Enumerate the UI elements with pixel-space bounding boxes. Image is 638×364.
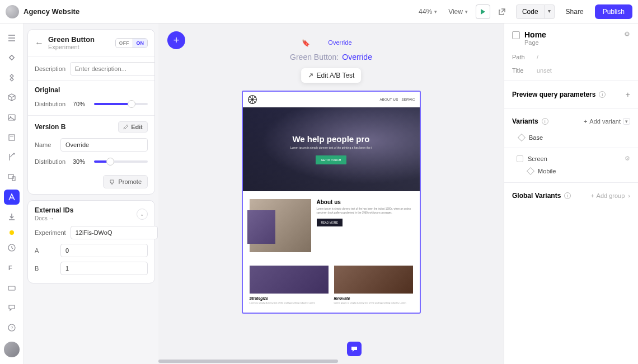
external-link-icon	[498, 8, 506, 16]
rail-box-icon[interactable]	[4, 90, 20, 106]
variants-section-title: Variants	[512, 117, 538, 125]
rail-frame-icon[interactable]	[4, 130, 20, 145]
add-group-button[interactable]: + Add group	[590, 192, 625, 199]
description-input[interactable]	[70, 62, 155, 75]
external-link-icon	[308, 73, 313, 78]
plus-icon: +	[590, 192, 594, 199]
gear-icon[interactable]: ⚙	[624, 30, 630, 38]
edit-ab-test-button[interactable]: Edit A/B Test	[301, 68, 362, 83]
variant-name-input[interactable]	[60, 138, 148, 152]
rail-image-icon[interactable]	[4, 110, 20, 125]
gear-icon[interactable]: ⚙	[625, 155, 630, 162]
chat-button[interactable]	[347, 342, 362, 356]
distribution-label: Distribution	[35, 158, 68, 165]
about-image	[250, 199, 311, 252]
rail-font-icon[interactable]: F	[4, 260, 20, 276]
rail-diamond-icon[interactable]	[4, 50, 20, 66]
experiment-subtitle: Experiment	[48, 44, 111, 50]
zoom-control[interactable]: 44% ▾	[415, 6, 440, 18]
variant-mobile[interactable]: Mobile	[504, 166, 638, 179]
chat-icon	[350, 345, 358, 353]
info-icon[interactable]: i	[564, 192, 571, 199]
distribution-slider[interactable]	[94, 160, 148, 163]
distribution-value: 70%	[73, 101, 90, 107]
experiment-id-input[interactable]	[71, 226, 158, 239]
edit-variant-button[interactable]: Edit	[118, 121, 148, 133]
variant-dropdown[interactable]: ▾	[623, 118, 630, 125]
override-chip[interactable]: Override	[328, 39, 351, 46]
distribution-value: 30%	[73, 158, 90, 165]
nav-link: SERVIC	[401, 98, 415, 101]
plus-icon: +	[584, 118, 587, 125]
rail-responsive-icon[interactable]	[4, 169, 20, 185]
docs-link[interactable]: Docs →	[35, 215, 73, 221]
title-label: Title	[512, 67, 532, 74]
checkbox-icon[interactable]	[517, 155, 523, 162]
back-arrow-icon[interactable]: ←	[35, 38, 44, 48]
title-value[interactable]: unset	[537, 67, 552, 74]
share-button[interactable]: Share	[559, 5, 590, 18]
hero-subtitle: Lorem ipsum is simply dummy text of the …	[290, 146, 372, 150]
code-dropdown[interactable]: ▾	[545, 4, 555, 19]
card-title: Innovate	[334, 296, 413, 300]
diamond-icon	[527, 167, 534, 175]
rail-history-icon[interactable]	[4, 240, 20, 256]
nav-link: ABOUT US	[380, 98, 398, 101]
info-icon[interactable]: i	[542, 118, 548, 125]
external-ids-title: External IDs	[35, 206, 73, 214]
site-logo-icon	[247, 94, 257, 105]
add-param-button[interactable]: +	[626, 90, 630, 99]
code-button[interactable]: Code	[516, 4, 545, 19]
zoom-value: 44%	[419, 8, 432, 16]
view-control[interactable]: View ▾	[445, 6, 471, 18]
chevron-down-icon: ▾	[434, 9, 437, 15]
play-button[interactable]	[476, 4, 490, 19]
app-logo[interactable]	[6, 5, 19, 18]
publish-button[interactable]: Publish	[595, 4, 632, 19]
rail-import-icon[interactable]	[4, 209, 20, 225]
chevron-right-icon[interactable]: ›	[628, 192, 630, 199]
svg-rect-10	[8, 286, 15, 290]
promote-button[interactable]: Promote	[103, 175, 148, 188]
horizontal-scrollbar[interactable]	[158, 360, 504, 363]
slider-thumb[interactable]	[128, 100, 135, 108]
card-title: Strategize	[250, 296, 329, 300]
distribution-slider[interactable]	[94, 103, 148, 105]
variant-b-id-input[interactable]	[60, 262, 148, 275]
toggle-on[interactable]: ON	[133, 39, 148, 48]
experiment-toggle[interactable]: OFF ON	[115, 38, 148, 48]
user-avatar[interactable]	[4, 342, 20, 357]
variant-base[interactable]: Base	[504, 131, 638, 144]
trophy-icon	[109, 179, 115, 185]
rail-chat-icon[interactable]	[4, 300, 20, 315]
rail-help-icon[interactable]: ?	[4, 320, 20, 335]
svg-rect-3	[9, 135, 15, 140]
svg-text:?: ?	[11, 325, 13, 330]
about-title: About us	[317, 199, 413, 205]
arrow-right-icon: →	[49, 215, 54, 221]
variant-screen[interactable]: Screen ⚙	[504, 152, 638, 166]
add-variant-button[interactable]: + Add variant	[584, 118, 621, 125]
variant-a-id-input[interactable]	[60, 244, 148, 257]
pencil-icon	[123, 124, 129, 130]
page-icon	[512, 31, 520, 39]
rail-menu-icon[interactable]	[4, 30, 20, 46]
open-external-button[interactable]	[495, 4, 509, 19]
canvas-frame[interactable]: ABOUT US SERVIC We help people pro Lorem…	[242, 91, 421, 314]
scrollbar-thumb[interactable]	[158, 360, 338, 363]
bookmark-icon[interactable]: 🔖	[302, 39, 310, 47]
add-fab-button[interactable]: +	[167, 31, 185, 49]
toggle-off[interactable]: OFF	[116, 39, 133, 48]
slider-thumb[interactable]	[106, 158, 114, 166]
rail-keyboard-icon[interactable]	[4, 280, 20, 296]
rail-branch-icon[interactable]	[4, 149, 20, 165]
canvas-frame-label: Green Button: Override	[290, 53, 372, 62]
preview-section-title: Preview query parameters	[512, 91, 595, 98]
info-icon[interactable]: i	[599, 91, 606, 98]
rail-components-icon[interactable]	[4, 70, 20, 86]
path-value[interactable]: /	[537, 54, 538, 60]
inspector-title: Home	[524, 30, 620, 39]
rail-experiments-icon[interactable]	[4, 190, 20, 205]
collapse-button[interactable]: ⌄	[137, 209, 148, 220]
id-label: A	[35, 247, 56, 254]
